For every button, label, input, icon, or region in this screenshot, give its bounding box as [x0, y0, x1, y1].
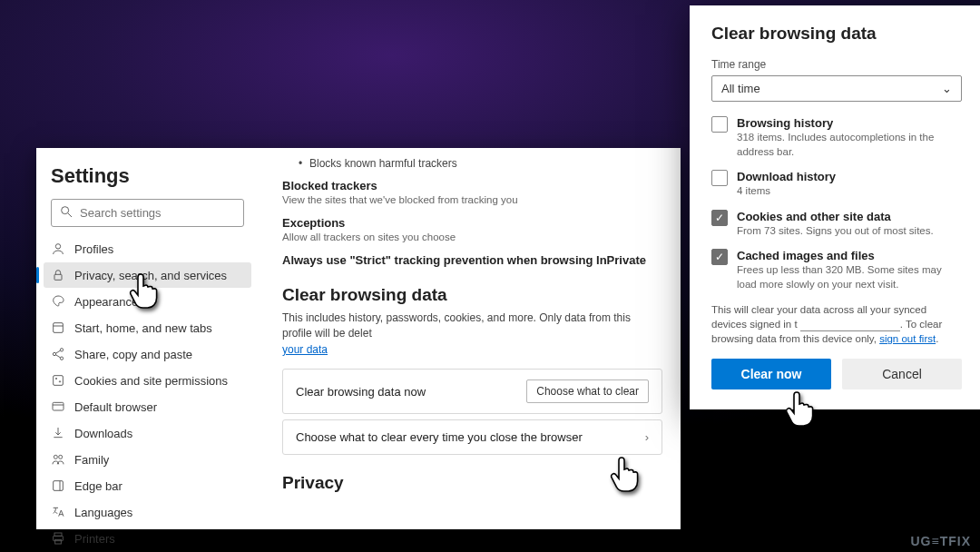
dialog-buttons: Clear now Cancel [711, 359, 962, 389]
start-icon [51, 320, 65, 335]
bullet-text: Blocks known harmful trackers [282, 153, 662, 179]
checkbox-box[interactable]: ✓ [711, 249, 728, 265]
sidebar-item-label: Cookies and site permissions [74, 374, 228, 388]
sidebar-item-cookies-and-site-permissions[interactable]: Cookies and site permissions [44, 368, 251, 393]
cbd-heading: Clear browsing data [282, 285, 662, 305]
share-icon [51, 347, 65, 361]
appearance-icon [51, 294, 65, 309]
svg-rect-4 [54, 323, 64, 333]
clear-now-row: Clear browsing data now Choose what to c… [282, 369, 662, 414]
cookies-icon [51, 373, 65, 388]
checkbox-cookies[interactable]: ✓Cookies and other site dataFrom 73 site… [711, 210, 962, 239]
sidebar-item-label: Share, copy and paste [74, 348, 192, 361]
svg-rect-11 [54, 376, 64, 386]
search-input-wrap[interactable] [51, 199, 244, 227]
time-range-select[interactable]: All time ⌄ [711, 75, 962, 102]
sidebar-item-printers[interactable]: Printers [44, 526, 251, 551]
sidebar-item-default-browser[interactable]: Default browser [44, 394, 251, 419]
choose-what-to-clear-button[interactable]: Choose what to clear [526, 380, 649, 403]
dialog-title: Clear browsing data [711, 24, 962, 44]
checkbox-title: Cached images and files [737, 249, 962, 262]
strict-row[interactable]: Always use "Strict" tracking prevention … [282, 253, 662, 267]
sidebar-item-start-home-and-new-tabs[interactable]: Start, home, and new tabs [44, 315, 251, 340]
languages-icon [51, 505, 65, 519]
sign-out-link[interactable]: sign out first [879, 333, 936, 344]
time-range-value: All time [721, 82, 760, 95]
svg-point-6 [60, 349, 63, 351]
checkbox-box[interactable]: ✓ [711, 210, 728, 226]
checkbox-sub: Frees up less than 320 MB. Some sites ma… [737, 263, 962, 291]
checkbox-cached[interactable]: ✓Cached images and filesFrees up less th… [711, 249, 962, 291]
watermark: UG≡TFIX [911, 534, 972, 548]
settings-window: Settings ProfilesPrivacy, search, and se… [36, 148, 681, 529]
privacy-heading: Privacy [282, 473, 662, 493]
settings-title: Settings [51, 164, 244, 188]
time-range-label: Time range [711, 58, 962, 71]
default-browser-icon [51, 399, 65, 414]
checkbox-download-history[interactable]: Download history4 items [711, 170, 962, 199]
sidebar-item-share-copy-and-paste[interactable]: Share, copy and paste [44, 341, 251, 367]
sidebar-item-label: Default browser [74, 400, 157, 414]
blocked-trackers-row[interactable]: Blocked trackers View the sites that we'… [282, 179, 662, 205]
clear-on-close-label: Choose what to clear every time you clos… [296, 430, 583, 444]
blocked-trackers-desc: View the sites that we've blocked from t… [282, 194, 662, 205]
redacted-account [800, 330, 900, 331]
checkbox-title: Cookies and other site data [737, 210, 934, 223]
sidebar-item-languages[interactable]: Languages [44, 499, 251, 525]
clear-now-label: Clear browsing data now [296, 385, 426, 399]
svg-line-1 [68, 213, 72, 217]
sidebar-item-label: Languages [74, 506, 132, 519]
svg-point-2 [55, 244, 60, 249]
cursor-icon [127, 271, 163, 312]
checkbox-sub: 4 items [737, 184, 836, 199]
svg-rect-22 [55, 539, 62, 544]
checkbox-box[interactable] [711, 170, 728, 186]
exceptions-desc: Allow all trackers on sites you choose [282, 232, 662, 242]
svg-point-0 [62, 207, 69, 214]
checkbox-title: Download history [737, 170, 836, 183]
printers-icon [51, 531, 65, 546]
sync-note: This will clear your data across all you… [711, 302, 962, 346]
sidebar-item-label: Downloads [74, 427, 132, 440]
svg-rect-3 [54, 274, 62, 280]
sidebar-item-family[interactable]: Family [44, 447, 251, 472]
lock-icon [51, 268, 65, 282]
blocked-trackers-title: Blocked trackers [282, 179, 662, 192]
checkbox-sub: 318 items. Includes autocompletions in t… [737, 131, 962, 159]
sidebar-item-downloads[interactable]: Downloads [44, 420, 251, 446]
cancel-button[interactable]: Cancel [842, 359, 962, 389]
search-input[interactable] [80, 206, 236, 220]
clear-browsing-data-dialog: Clear browsing data Time range All time … [690, 5, 980, 409]
svg-rect-18 [54, 481, 64, 491]
svg-line-10 [55, 355, 60, 358]
exceptions-row[interactable]: Exceptions Allow all trackers on sites y… [282, 216, 662, 242]
sidebar-item-label: Family [74, 453, 109, 467]
sidebar-item-label: Start, home, and new tabs [74, 321, 212, 335]
svg-point-13 [59, 381, 60, 382]
svg-point-8 [60, 357, 63, 360]
chevron-down-icon: ⌄ [942, 82, 952, 95]
manage-data-link[interactable]: your data [282, 343, 328, 356]
edge-bar-icon [51, 478, 65, 493]
svg-point-7 [53, 352, 55, 355]
exceptions-title: Exceptions [282, 216, 662, 230]
sidebar-item-label: Edge bar [74, 479, 122, 493]
svg-line-9 [55, 350, 60, 353]
svg-rect-14 [53, 402, 64, 410]
svg-point-12 [55, 378, 56, 379]
svg-rect-20 [54, 533, 62, 536]
search-icon [59, 204, 74, 222]
checkbox-box[interactable] [711, 116, 728, 133]
sidebar: Settings ProfilesPrivacy, search, and se… [36, 148, 259, 529]
svg-point-17 [59, 455, 63, 458]
svg-point-16 [54, 455, 57, 458]
clear-now-button[interactable]: Clear now [711, 359, 831, 389]
checkbox-sub: From 73 sites. Signs you out of most sit… [737, 224, 934, 239]
sidebar-item-edge-bar[interactable]: Edge bar [44, 473, 251, 498]
sidebar-item-profiles[interactable]: Profiles [44, 236, 251, 261]
cursor-icon [783, 389, 819, 430]
clear-on-close-row[interactable]: Choose what to clear every time you clos… [282, 419, 662, 455]
cursor-icon [608, 454, 644, 496]
downloads-icon [51, 426, 65, 440]
checkbox-browsing-history[interactable]: Browsing history318 items. Includes auto… [711, 116, 962, 159]
